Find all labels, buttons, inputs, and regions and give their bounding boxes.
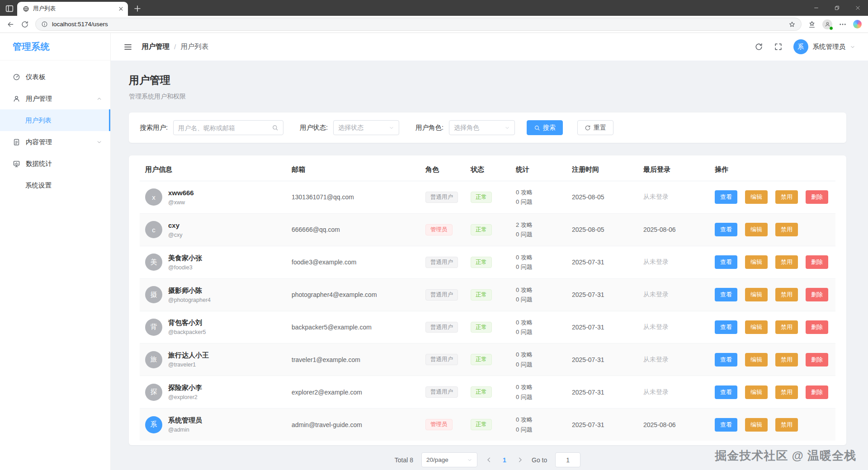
column-header: 角色: [420, 157, 465, 181]
more-options-icon[interactable]: [839, 20, 847, 28]
goto-page-input[interactable]: [555, 452, 580, 467]
reset-button[interactable]: 重置: [577, 120, 613, 135]
delete-button[interactable]: 删除: [806, 385, 828, 399]
page-content: 用户管理 管理系统用户和权限 搜索用户: 用户状态: 选择状态 用户角: [111, 61, 868, 470]
column-header: 注册时间: [566, 157, 638, 181]
user-menu[interactable]: 系 系统管理员: [793, 39, 856, 54]
window-restore-icon[interactable]: [826, 0, 847, 16]
chevron-down-icon: [96, 139, 102, 145]
register-date: 2025-08-05: [572, 226, 604, 233]
favorites-bar-icon[interactable]: [808, 20, 816, 28]
ban-button[interactable]: 禁用: [775, 255, 798, 269]
page-refresh-icon[interactable]: [755, 42, 763, 51]
page-subtitle: 管理系统用户和权限: [129, 93, 846, 101]
address-bar[interactable]: localhost:5174/users: [35, 18, 802, 31]
table-row: xxww666@xww1301361071@qq.com普通用户正常0 攻略0 …: [140, 181, 835, 214]
view-button[interactable]: 查看: [715, 255, 737, 269]
search-button[interactable]: 搜索: [527, 120, 563, 135]
url-text: localhost:5174/users: [52, 21, 784, 28]
ban-button[interactable]: 禁用: [775, 223, 798, 236]
edit-button[interactable]: 编辑: [745, 320, 768, 334]
register-date: 2025-07-31: [572, 258, 604, 266]
app-logo: 管理系统: [0, 33, 110, 61]
last-login: 2025-08-06: [643, 421, 676, 428]
current-page-number[interactable]: 1: [500, 456, 509, 464]
user-stats: 2 攻略0 问题: [516, 220, 561, 240]
view-button[interactable]: 查看: [715, 223, 737, 236]
sidebar-item-user-list[interactable]: 用户列表: [0, 109, 110, 131]
view-button[interactable]: 查看: [715, 288, 737, 301]
status-label: 用户状态:: [300, 123, 328, 132]
back-icon[interactable]: [6, 20, 14, 28]
user-email: 666666@qq.com: [292, 226, 340, 233]
ban-button[interactable]: 禁用: [775, 190, 798, 204]
sidebar-item-user-management[interactable]: 用户管理: [0, 88, 110, 109]
sidebar-item-label: 用户管理: [26, 94, 91, 103]
user-stats: 0 攻略0 问题: [516, 350, 561, 369]
prev-page-icon[interactable]: [486, 456, 492, 463]
window-minimize-icon[interactable]: [806, 0, 826, 16]
delete-button[interactable]: 删除: [806, 320, 828, 334]
user-avatar: c: [145, 221, 162, 238]
last-login: 从未登录: [643, 193, 669, 200]
browser-profile-avatar[interactable]: [822, 19, 832, 29]
edit-button[interactable]: 编辑: [745, 385, 768, 399]
ban-button[interactable]: 禁用: [775, 418, 798, 432]
user-handle: @admin: [168, 427, 202, 433]
last-login: 从未登录: [643, 388, 669, 395]
edit-button[interactable]: 编辑: [745, 190, 768, 204]
search-input[interactable]: [178, 124, 268, 132]
status-badge: 正常: [471, 224, 492, 235]
fullscreen-icon[interactable]: [774, 42, 783, 51]
ban-button[interactable]: 禁用: [775, 288, 798, 301]
ban-button[interactable]: 禁用: [775, 385, 798, 399]
view-button[interactable]: 查看: [715, 418, 737, 432]
browser-tab[interactable]: 用户列表: [17, 2, 128, 16]
edit-button[interactable]: 编辑: [745, 288, 768, 301]
sidebar-item-settings[interactable]: 系统设置: [0, 174, 110, 196]
breadcrumb: 用户管理 / 用户列表: [142, 42, 208, 52]
column-header: 邮箱: [286, 157, 420, 181]
role-select[interactable]: 选择角色: [449, 120, 515, 135]
column-header: 最后登录: [638, 157, 709, 181]
delete-button[interactable]: 删除: [806, 255, 828, 269]
status-select[interactable]: 选择状态: [333, 120, 399, 135]
sidebar-item-content-management[interactable]: 内容管理: [0, 131, 110, 153]
chevron-up-icon: [96, 96, 102, 102]
edit-button[interactable]: 编辑: [745, 255, 768, 269]
breadcrumb-item-parent[interactable]: 用户管理: [142, 42, 170, 52]
user-name: 旅行达人小王: [168, 351, 209, 359]
edit-button[interactable]: 编辑: [745, 418, 768, 432]
tab-actions-icon[interactable]: [5, 4, 14, 14]
ban-button[interactable]: 禁用: [775, 320, 798, 334]
sidebar-item-statistics[interactable]: 数据统计: [0, 153, 110, 174]
window-close-icon[interactable]: [847, 0, 868, 16]
site-info-icon[interactable]: [41, 21, 48, 28]
user-avatar: 背: [145, 319, 162, 336]
page-size-select[interactable]: 20/page: [421, 452, 477, 467]
view-button[interactable]: 查看: [715, 385, 737, 399]
view-button[interactable]: 查看: [715, 190, 737, 204]
favorite-star-icon[interactable]: [788, 21, 796, 28]
view-button[interactable]: 查看: [715, 320, 737, 334]
user-table: 用户信息邮箱角色状态统计注册时间最后登录操作 xxww666@xww130136…: [140, 157, 835, 441]
copilot-icon[interactable]: [853, 20, 862, 28]
last-login: 从未登录: [643, 291, 669, 298]
browser-toolbar: localhost:5174/users: [0, 16, 868, 33]
topbar-right: 系 系统管理员: [755, 39, 856, 54]
ban-button[interactable]: 禁用: [775, 353, 798, 367]
delete-button[interactable]: 删除: [806, 288, 828, 301]
edit-button[interactable]: 编辑: [745, 223, 768, 236]
delete-button[interactable]: 删除: [806, 353, 828, 367]
user-avatar: 探: [145, 384, 162, 401]
view-button[interactable]: 查看: [715, 353, 737, 367]
menu-collapse-icon[interactable]: [123, 42, 132, 52]
edit-button[interactable]: 编辑: [745, 353, 768, 367]
refresh-icon[interactable]: [21, 20, 29, 28]
delete-button[interactable]: 删除: [806, 190, 828, 204]
new-tab-icon[interactable]: [132, 4, 142, 14]
user-email: backpacker5@example.com: [292, 324, 372, 331]
sidebar-item-dashboard[interactable]: 仪表板: [0, 66, 110, 88]
tab-close-icon[interactable]: [118, 5, 124, 12]
next-page-icon[interactable]: [517, 456, 524, 463]
